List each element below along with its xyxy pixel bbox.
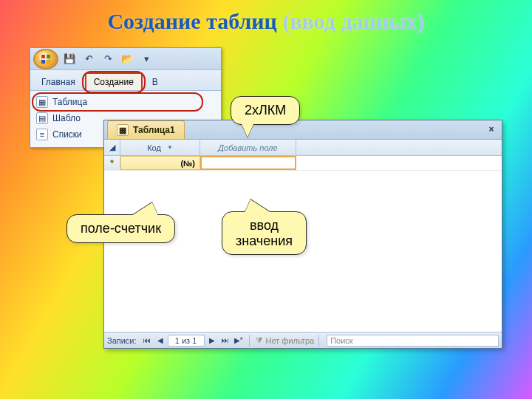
table-row: * (№) bbox=[104, 156, 502, 171]
nav-new-icon[interactable]: ▶* bbox=[233, 335, 245, 347]
filter-icon[interactable]: ⧩ bbox=[254, 335, 265, 346]
slide-title: Создание таблиц (ввод данных) bbox=[0, 9, 532, 34]
svg-rect-1 bbox=[47, 55, 50, 58]
nav-last-icon[interactable]: ⏭ bbox=[219, 335, 231, 347]
search-input[interactable]: Поиск bbox=[327, 335, 499, 347]
datasheet-tabbar: ▦ Таблица1 × bbox=[104, 120, 502, 140]
tab-home[interactable]: Главная bbox=[33, 73, 83, 90]
svg-rect-2 bbox=[41, 60, 45, 64]
nav-next-icon[interactable]: ▶ bbox=[206, 335, 218, 347]
template-icon: ▤ bbox=[36, 112, 48, 124]
cell-code[interactable]: (№) bbox=[120, 156, 200, 170]
nav-position[interactable]: 1 из 1 bbox=[168, 335, 205, 347]
column-header-add-field[interactable]: Добавить поле bbox=[200, 140, 296, 155]
save-icon[interactable]: 💾 bbox=[61, 51, 78, 67]
qat-dropdown-icon[interactable]: ▾ bbox=[138, 51, 154, 67]
svg-rect-3 bbox=[47, 60, 50, 64]
tab-extra[interactable]: В bbox=[144, 73, 166, 90]
title-sub: (ввод данных) bbox=[282, 9, 424, 33]
column-header-code-label: Код bbox=[147, 143, 161, 152]
separator bbox=[249, 335, 250, 347]
callout-counter-text: поле-счетчик bbox=[81, 221, 161, 236]
callout-enter-value: ввод значения bbox=[222, 211, 307, 255]
datasheet-tab-label: Таблица1 bbox=[133, 125, 175, 135]
undo-icon[interactable]: ↶ bbox=[81, 51, 97, 67]
tab-create-label: Создание bbox=[94, 77, 134, 87]
cell-value-input[interactable] bbox=[200, 156, 296, 170]
column-headers: ◢ Код ▼ Добавить поле bbox=[104, 140, 502, 156]
ribbon-item-table[interactable]: ▦ Таблица bbox=[33, 94, 218, 110]
ribbon-item-templates-label: Шабло bbox=[52, 113, 81, 123]
close-icon[interactable]: × bbox=[485, 123, 497, 135]
dropdown-icon[interactable]: ▼ bbox=[167, 144, 173, 151]
record-navigator: Записи: ⏮ ◀ 1 из 1 ▶ ⏭ ▶* ⧩ Нет фильтра … bbox=[104, 332, 502, 348]
title-main: Создание таблиц bbox=[107, 9, 282, 33]
callout-doubleclick-text: 2хЛКМ bbox=[245, 103, 286, 117]
ribbon-item-table-label: Таблица bbox=[52, 97, 87, 107]
separator bbox=[318, 335, 319, 347]
nav-prev-icon[interactable]: ◀ bbox=[154, 335, 166, 347]
column-header-code[interactable]: Код ▼ bbox=[120, 140, 200, 155]
callout-doubleclick: 2хЛКМ bbox=[231, 96, 300, 125]
nav-label: Записи: bbox=[107, 336, 137, 345]
select-all-corner[interactable]: ◢ bbox=[104, 140, 120, 155]
row-selector-new[interactable]: * bbox=[104, 156, 120, 170]
redo-icon[interactable]: ↷ bbox=[100, 51, 116, 67]
nav-first-icon[interactable]: ⏮ bbox=[141, 335, 153, 347]
list-icon: ≡ bbox=[36, 129, 48, 140]
callout-value-text: ввод значения bbox=[236, 218, 293, 248]
quick-access-toolbar: 💾 ↶ ↷ 📂 ▾ bbox=[30, 48, 221, 70]
datasheet-tab[interactable]: ▦ Таблица1 bbox=[107, 120, 185, 139]
table-icon: ▦ bbox=[117, 124, 129, 136]
ribbon-tabs: Главная Создание В bbox=[30, 70, 221, 91]
callout-tail-icon bbox=[242, 124, 253, 137]
table-icon: ▦ bbox=[36, 96, 48, 108]
tab-create[interactable]: Создание bbox=[85, 72, 143, 90]
ribbon-item-lists-label: Списки bbox=[52, 129, 82, 140]
callout-counter-field: поле-счетчик bbox=[66, 214, 175, 243]
open-icon[interactable]: 📂 bbox=[119, 51, 135, 67]
svg-rect-0 bbox=[41, 55, 45, 58]
callout-tail-icon bbox=[245, 200, 271, 213]
callout-tail-icon bbox=[132, 202, 158, 216]
office-button[interactable] bbox=[33, 49, 58, 69]
filter-status: Нет фильтра bbox=[266, 336, 315, 345]
